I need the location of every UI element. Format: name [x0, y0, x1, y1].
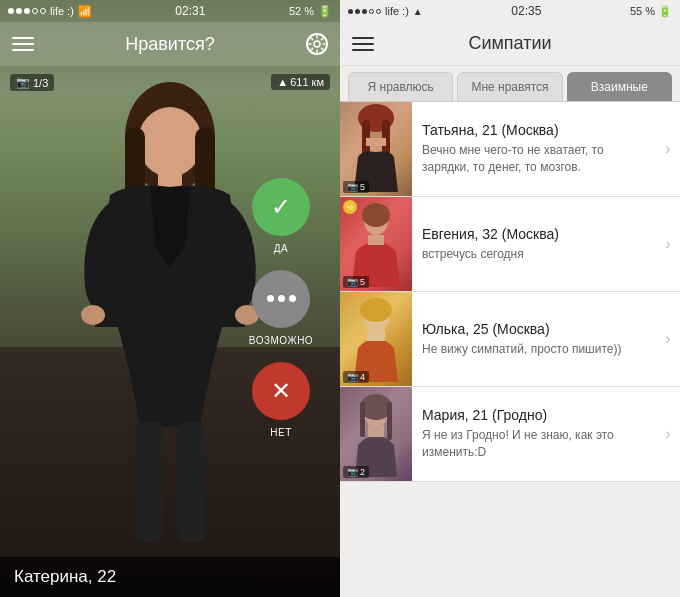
action-buttons: ✓ да возможно ✕ нет: [252, 178, 310, 420]
svg-rect-22: [367, 330, 385, 341]
carrier-name-right: life :): [385, 5, 409, 17]
no-label: нет: [270, 427, 292, 438]
dot-2: [278, 295, 285, 302]
profile-item-3[interactable]: 📷 4 Юлька, 25 (Москва) Не вижу симпатий,…: [340, 292, 680, 387]
photo-count-1: 📷 5: [343, 181, 369, 193]
hamburger-line-2: [12, 43, 34, 45]
profile-thumb-2: 📷 5 ½: [340, 197, 412, 291]
person-name-text: Катерина, 22: [14, 567, 116, 587]
tabs-row: Я нравлюсь Мне нравятся Взаимные: [340, 66, 680, 102]
dots-icon: [267, 295, 296, 302]
hamburger-menu-button-right[interactable]: [352, 37, 374, 51]
svg-rect-27: [387, 402, 392, 440]
svg-rect-19: [368, 235, 384, 245]
location-icon: ▲: [277, 76, 288, 88]
svg-point-21: [360, 298, 392, 322]
profile-info-4: Мария, 21 (Гродно) Я не из Гродно! И не …: [412, 387, 656, 481]
photo-count-3: 📷 4: [343, 371, 369, 383]
battery-icon-right: 🔋: [658, 5, 672, 18]
top-nav-left: Нравится?: [0, 22, 340, 66]
photo-counter: 📷 1/3: [10, 74, 54, 91]
camera-icon: 📷: [16, 76, 30, 89]
hamburger-menu-button[interactable]: [12, 37, 34, 51]
profile-info-2: Евгения, 32 (Москва) встречусь сегодня: [412, 197, 656, 291]
distance-badge: ▲ 611 км: [271, 74, 330, 90]
profile-item-1[interactable]: 📷 5 Татьяна, 21 (Москва) Вечно мне чего-…: [340, 102, 680, 197]
profile-item-4[interactable]: 📷 2 Мария, 21 (Гродно) Я не из Гродно! И…: [340, 387, 680, 482]
profile-arrow-1: ›: [656, 102, 680, 196]
signal-dot-3: [24, 8, 30, 14]
carrier-name-left: life :): [50, 5, 74, 17]
svg-point-18: [362, 203, 390, 227]
svg-point-3: [138, 107, 202, 177]
page-title-left: Нравится?: [125, 34, 214, 55]
battery-info-right: 55 % 🔋: [630, 5, 672, 18]
person-name-bar: Катерина, 22: [0, 557, 340, 597]
profile-message-4: Я не из Гродно! И не знаю, как это измен…: [422, 427, 646, 461]
profile-name-2: Евгения, 32 (Москва): [422, 226, 646, 242]
svg-rect-9: [135, 422, 163, 542]
profile-name-3: Юлька, 25 (Москва): [422, 321, 646, 337]
left-panel: life :) 📶 02:31 52 % 🔋 Нравится? 📷 1/3 ▲: [0, 0, 340, 597]
carrier-signal: life :) 📶: [8, 5, 92, 18]
profile-info-1: Татьяна, 21 (Москва) Вечно мне чего-то н…: [412, 102, 656, 196]
battery-info-left: 52 % 🔋: [289, 5, 332, 18]
no-button[interactable]: ✕ нет: [252, 362, 310, 420]
profile-thumb-3: 📷 4: [340, 292, 412, 386]
dot-3: [289, 295, 296, 302]
dot-1: [267, 295, 274, 302]
tab-i-like[interactable]: Я нравлюсь: [348, 72, 453, 101]
profile-name-1: Татьяна, 21 (Москва): [422, 122, 646, 138]
signal-dot-1: [8, 8, 14, 14]
battery-icon-left: 🔋: [318, 5, 332, 18]
svg-point-7: [81, 305, 105, 325]
signal-dot-2: [16, 8, 22, 14]
photo-count-4: 📷 2: [343, 466, 369, 478]
profile-message-3: Не вижу симпатий, просто пишите)): [422, 341, 646, 358]
profile-arrow-4: ›: [656, 387, 680, 481]
top-nav-right: Симпатии: [340, 22, 680, 66]
checkmark-icon: ✓: [271, 193, 291, 221]
signal-dot-5: [40, 8, 46, 14]
hamburger-line-1: [12, 37, 34, 39]
profile-thumb-4: 📷 2: [340, 387, 412, 481]
signal-strength: [8, 8, 46, 14]
svg-rect-10: [177, 422, 205, 542]
profiles-list: 📷 5 Татьяна, 21 (Москва) Вечно мне чего-…: [340, 102, 680, 597]
svg-rect-25: [368, 425, 384, 437]
carrier-signal-right: life :) ▲: [348, 5, 423, 17]
maybe-button[interactable]: возможно: [252, 270, 310, 328]
svg-rect-16: [366, 138, 386, 146]
svg-rect-26: [360, 402, 365, 437]
camera-icon-small: 📷: [347, 182, 358, 192]
tab-they-like[interactable]: Мне нравятся: [457, 72, 562, 101]
profile-thumb-1: 📷 5: [340, 102, 412, 196]
svg-point-11: [314, 41, 320, 47]
status-bar-left: life :) 📶 02:31 52 % 🔋: [0, 0, 340, 22]
profile-name-4: Мария, 21 (Гродно): [422, 407, 646, 423]
maybe-label: возможно: [249, 335, 313, 346]
right-panel: life :) ▲ 02:35 55 % 🔋 Симпатии Я нравлю…: [340, 0, 680, 597]
status-bar-right: life :) ▲ 02:35 55 % 🔋: [340, 0, 680, 22]
profile-message-2: встречусь сегодня: [422, 246, 646, 263]
profile-arrow-2: ›: [656, 197, 680, 291]
yes-label: да: [274, 243, 288, 254]
time-right: 02:35: [511, 4, 541, 18]
profile-info-3: Юлька, 25 (Москва) Не вижу симпатий, про…: [412, 292, 656, 386]
yes-button[interactable]: ✓ да: [252, 178, 310, 236]
wifi-icon-left: 📶: [78, 5, 92, 18]
new-badge-2: ½: [343, 200, 357, 214]
battery-percent-left: 52 %: [289, 5, 314, 17]
page-title-right: Симпатии: [374, 33, 646, 54]
signal-strength-right: [348, 9, 381, 14]
photo-count-2: 📷 5: [343, 276, 369, 288]
hamburger-line-3: [12, 49, 34, 51]
signal-dot-4: [32, 8, 38, 14]
profile-arrow-3: ›: [656, 292, 680, 386]
tab-mutual[interactable]: Взаимные: [567, 72, 672, 101]
profile-item-2[interactable]: 📷 5 ½ Евгения, 32 (Москва) встречусь сег…: [340, 197, 680, 292]
profile-message-1: Вечно мне чего-то не хватает, то зарядки…: [422, 142, 646, 176]
battery-percent-right: 55 %: [630, 5, 655, 17]
settings-icon[interactable]: [306, 33, 328, 55]
time-left: 02:31: [175, 4, 205, 18]
